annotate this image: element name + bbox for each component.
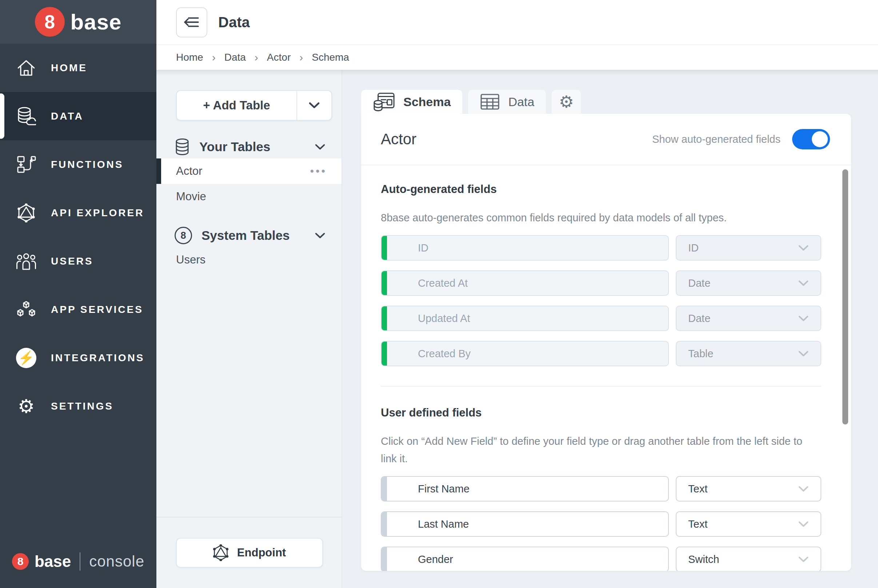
tab-data[interactable]: Data: [468, 90, 546, 114]
add-table-button[interactable]: + Add Table: [177, 91, 297, 120]
field-name: First Name: [418, 483, 469, 495]
eight-badge-icon: 8: [174, 227, 192, 244]
field-type-select[interactable]: Text: [676, 512, 821, 537]
sidebar-item-home[interactable]: HOME: [0, 44, 156, 92]
sidebar-item-label: APP SERVICES: [51, 304, 143, 315]
tab-schema[interactable]: Schema: [361, 90, 462, 114]
show-auto-generated-fields-toggle[interactable]: [792, 129, 830, 149]
sidebar-item-api-explorer[interactable]: API EXPLORER: [0, 189, 156, 237]
field-name-input[interactable]: ID: [381, 235, 669, 261]
field-row-gender: Gender Switch: [381, 547, 821, 571]
field-name: Updated At: [418, 312, 470, 324]
field-name-input[interactable]: Created By: [381, 341, 669, 366]
table-name: Users: [176, 253, 206, 266]
gear-icon: ⚙: [15, 397, 37, 416]
field-sections: Auto-generated fields 8base auto-generat…: [381, 165, 821, 571]
sidebar-item-label: DATA: [51, 111, 84, 122]
auto-fields-toggle-group: Show auto-generated fields: [652, 129, 830, 149]
field-type-select[interactable]: ID: [676, 235, 821, 261]
table-group-header-your-tables[interactable]: Your Tables: [156, 135, 341, 159]
sidebar-item-functions[interactable]: FUNCTIONS: [0, 140, 156, 189]
field-list: First Name TextLast Name TextGender Swit…: [381, 476, 821, 571]
table-list-item-actor[interactable]: Actor•••: [156, 159, 341, 184]
table-group-label: System Tables: [201, 228, 290, 243]
database-cloud-icon: [15, 106, 37, 126]
app-logo[interactable]: 8 base: [0, 0, 156, 44]
field-name: ID: [418, 242, 428, 254]
field-name-input[interactable]: First Name: [381, 476, 669, 501]
breadcrumb-item-actor[interactable]: Actor: [267, 52, 291, 63]
table-list-item-movie[interactable]: Movie: [156, 184, 341, 209]
sidebar: 8 base HOME DATA FUNCTIONS API EXPLORER …: [0, 0, 156, 588]
field-row-id: ID ID: [381, 235, 821, 261]
sidebar-item-integrations[interactable]: ⚡ INTEGRATIONS: [0, 334, 156, 382]
field-list: ID IDCreated At DateUpdated At DateCreat…: [381, 235, 821, 366]
field-name-input[interactable]: Created At: [381, 270, 669, 296]
app-logo-name: base: [71, 9, 122, 34]
field-accent-bar: [382, 476, 387, 501]
tab-table-settings[interactable]: ⚙: [552, 90, 581, 114]
scrollbar-thumb[interactable]: [842, 170, 848, 424]
sidebar-item-label: USERS: [51, 255, 93, 267]
table-name: Actor: [176, 165, 202, 178]
breadcrumb-separator: ›: [212, 51, 216, 64]
breadcrumb-item-schema[interactable]: Schema: [312, 52, 349, 63]
endpoint-button[interactable]: Endpoint: [176, 538, 323, 568]
sidebar-item-app-services[interactable]: APP SERVICES: [0, 285, 156, 334]
field-type-select[interactable]: Table: [676, 341, 821, 366]
field-type-select[interactable]: Date: [676, 270, 821, 296]
footer-logo-name: base: [35, 552, 71, 570]
field-accent-bar: [382, 235, 387, 261]
field-row-created-by: Created By Table: [381, 341, 821, 366]
8base-logo-icon: 8: [35, 7, 65, 37]
field-row-first-name: First Name Text: [381, 476, 821, 501]
section-user-defined-fields: User defined fields Click on “Add New Fi…: [381, 387, 821, 571]
chevron-down-icon: [798, 315, 809, 322]
collapse-sidebar-icon: [183, 15, 200, 30]
sidebar-item-data[interactable]: DATA: [0, 92, 156, 140]
field-name-input[interactable]: Last Name: [381, 512, 669, 537]
sidebar-item-settings[interactable]: ⚙ SETTINGS: [0, 382, 156, 430]
chevron-down-icon: [308, 102, 320, 109]
field-name: Last Name: [418, 518, 469, 530]
table-group-header-system-tables[interactable]: 8System Tables: [156, 224, 341, 247]
field-type-select[interactable]: Date: [676, 306, 821, 331]
field-name-input[interactable]: Updated At: [381, 306, 669, 331]
sidebar-item-label: HOME: [51, 62, 87, 74]
sidebar-item-label: FUNCTIONS: [51, 159, 123, 171]
sidebar-item-users[interactable]: USERS: [0, 237, 156, 285]
field-name-input[interactable]: Gender: [381, 547, 669, 571]
field-row-updated-at: Updated At Date: [381, 306, 821, 331]
chevron-down-icon: [798, 486, 809, 492]
field-accent-bar: [382, 547, 387, 571]
add-table-dropdown-button[interactable]: [297, 91, 331, 120]
breadcrumb-item-home[interactable]: Home: [176, 52, 203, 63]
field-type-select[interactable]: Switch: [676, 547, 821, 571]
endpoint-button-label: Endpoint: [237, 546, 286, 559]
work-area: Schema Data ⚙: [342, 70, 878, 588]
console-logo: 8 base console: [0, 552, 156, 570]
schema-card-header: Actor Show auto-generated fields: [361, 114, 851, 165]
sidebar-nav: HOME DATA FUNCTIONS API EXPLORER USERS A…: [0, 44, 156, 430]
field-type: Date: [688, 277, 710, 289]
field-accent-bar: [382, 306, 387, 331]
table-groups: Your TablesActor•••Movie8System TablesUs…: [156, 121, 341, 273]
field-row-created-at: Created At Date: [381, 270, 821, 296]
breadcrumb-item-data[interactable]: Data: [224, 52, 246, 63]
table-list-item-users[interactable]: Users: [156, 247, 341, 273]
breadcrumb: Home›Data›Actor›Schema: [156, 44, 878, 70]
collapse-sidebar-button[interactable]: [176, 7, 207, 38]
add-table-split-button: + Add Table: [176, 90, 332, 121]
toggle-label: Show auto-generated fields: [652, 134, 780, 146]
section-auto-generated-fields: Auto-generated fields 8base auto-generat…: [381, 165, 821, 366]
field-accent-bar: [382, 512, 387, 537]
lightning-icon: ⚡: [15, 348, 37, 368]
footer-logo-product: console: [89, 553, 144, 570]
chevron-down-icon: [798, 521, 809, 528]
field-type-select[interactable]: Text: [676, 476, 821, 501]
users-icon: [15, 253, 37, 270]
panel-bottom: Endpoint: [156, 517, 341, 588]
graphql-icon: [213, 544, 229, 561]
tables-panel: + Add Table Your TablesActor•••Movie8Sys…: [156, 70, 342, 588]
chevron-down-icon: [798, 556, 809, 563]
